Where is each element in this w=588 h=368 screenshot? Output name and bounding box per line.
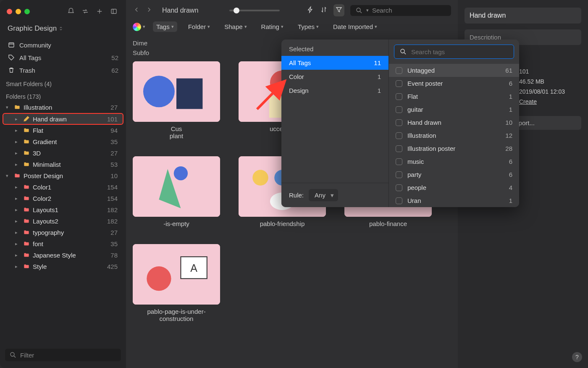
help-button[interactable]: ? — [572, 352, 582, 362]
popup-right-panel: Untagged61Event poster6Flat1guitar1Hand … — [388, 39, 519, 207]
trash-label: Trash — [19, 67, 35, 74]
filter-shape[interactable]: Shape ▾ — [221, 21, 250, 32]
bolt-icon[interactable] — [307, 6, 314, 15]
tag-group-color[interactable]: Color1 — [281, 70, 388, 84]
filter-icon[interactable] — [333, 4, 344, 16]
library-selector[interactable]: Graphic Design — [0, 22, 126, 39]
folder-3d[interactable]: ▸3D27 — [3, 147, 123, 159]
minimize-window[interactable] — [16, 9, 21, 14]
svg-rect-12 — [133, 156, 220, 217]
tag-option-guitar[interactable]: guitar1 — [389, 103, 519, 116]
item-label: Cusplant — [170, 125, 184, 139]
main-area: Hand drawn ▾ Search ▾ Tags ▾ Folder ▾ Sh… — [126, 0, 458, 368]
grid-item[interactable]: -is-empty — [133, 156, 220, 227]
tag-option-people[interactable]: people4 — [389, 181, 519, 194]
filter-date-imported[interactable]: Date Imported ▾ — [330, 21, 381, 32]
sidebar-item-community[interactable]: Community — [3, 39, 123, 51]
checkbox-icon — [396, 132, 402, 139]
folder-flat[interactable]: ▸Flat94 — [3, 125, 123, 136]
tags-popup: Selected All Tags11Color1Design1 Rule: A… — [281, 39, 519, 207]
sidebar-item-trash[interactable]: Trash 62 — [3, 64, 123, 76]
checkbox-icon — [396, 80, 402, 87]
tag-option-untagged[interactable]: Untagged61 — [389, 64, 519, 77]
all-tags-count: 52 — [111, 54, 118, 61]
tag-option-event-poster[interactable]: Event poster6 — [389, 77, 519, 90]
search-box[interactable]: ▾ Search — [350, 5, 451, 16]
checkbox-icon — [396, 93, 402, 100]
zoom-slider[interactable] — [229, 10, 280, 11]
library-name: Graphic Design — [8, 24, 57, 33]
checkbox-icon — [396, 197, 402, 204]
tag-option-uran[interactable]: Uran1 — [389, 194, 519, 207]
filter-rating[interactable]: Rating ▾ — [258, 21, 287, 32]
titlebar — [0, 3, 126, 22]
grid-item[interactable]: Apablo-page-is-under-construction — [133, 244, 220, 322]
svg-rect-1 — [9, 43, 14, 47]
folder-hand-drawn[interactable]: ▸Hand drawn101 — [3, 113, 123, 125]
item-label: -is-empty — [163, 220, 189, 227]
folders-header[interactable]: Folders (173) — [0, 89, 126, 102]
rule-select[interactable]: Any — [309, 189, 338, 201]
filter-tags[interactable]: Tags ▾ — [153, 21, 177, 32]
create-password-link[interactable]: Create — [519, 98, 537, 105]
folder-minimalist[interactable]: ▸Minimalist53 — [3, 159, 123, 170]
main-toolbar: Hand drawn ▾ Search — [126, 0, 458, 19]
notifications-icon[interactable] — [66, 6, 76, 17]
folder-illustration[interactable]: ▾Illustration27 — [3, 102, 123, 113]
sidebar: Graphic Design Community All Tags 52 Tra… — [0, 0, 126, 368]
filter-folder[interactable]: Folder ▾ — [185, 21, 214, 32]
folder-gradient[interactable]: ▸Gradient35 — [3, 136, 123, 147]
tag-group-all-tags[interactable]: All Tags11 — [281, 56, 388, 70]
folder-typography[interactable]: ▸typography27 — [3, 227, 123, 238]
folder-color1[interactable]: ▸Color1154 — [3, 181, 123, 193]
folder-style[interactable]: ▸Style425 — [3, 261, 123, 272]
trash-count: 62 — [111, 67, 118, 74]
nav-back[interactable] — [133, 6, 140, 15]
close-window[interactable] — [7, 9, 12, 14]
item-label: pablo-finance — [369, 220, 407, 227]
tag-search-input[interactable] — [411, 48, 509, 55]
folder-poster-design[interactable]: ▾Poster Design10 — [3, 170, 123, 181]
folder-tree: ▾Illustration27▸Hand drawn101▸Flat94▸Gra… — [0, 102, 126, 345]
search-icon — [355, 7, 363, 14]
tag-option-party[interactable]: party6 — [389, 168, 519, 181]
folder-font[interactable]: ▸font35 — [3, 238, 123, 250]
breadcrumb-title: Hand drawn — [162, 7, 198, 14]
community-label: Community — [19, 42, 51, 49]
chevron-updown-icon — [58, 26, 63, 31]
tag-search[interactable] — [394, 45, 514, 59]
sidebar-filter[interactable]: Filter — [5, 349, 121, 361]
nav-forward[interactable] — [145, 6, 153, 15]
folder-layouts2[interactable]: ▸Layouts2182 — [3, 216, 123, 227]
color-filter[interactable]: ▾ — [133, 23, 145, 31]
tag-option-music[interactable]: music6 — [389, 155, 519, 168]
filter-types[interactable]: Types ▾ — [294, 21, 322, 32]
tag-icon — [8, 54, 15, 61]
folder-japanese-style[interactable]: ▸Japanese Style78 — [3, 250, 123, 261]
folder-color2[interactable]: ▸Color2154 — [3, 193, 123, 204]
svg-point-13 — [174, 166, 188, 180]
tag-group-design[interactable]: Design1 — [281, 84, 388, 97]
sidebar-toggle-icon[interactable] — [108, 6, 119, 17]
sort-icon[interactable] — [320, 6, 328, 15]
sync-icon[interactable] — [80, 6, 91, 17]
folder-layouts1[interactable]: ▸Layouts1182 — [3, 204, 123, 216]
tag-option-hand-drawn[interactable]: Hand drawn10 — [389, 116, 519, 129]
zoom-thumb[interactable] — [234, 8, 239, 13]
add-icon[interactable] — [94, 6, 105, 17]
checkbox-icon — [396, 171, 402, 178]
maximize-window[interactable] — [24, 9, 30, 14]
tag-option-illustration-poster[interactable]: Illustration poster28 — [389, 142, 519, 155]
checkbox-icon — [396, 106, 402, 113]
tag-option-illustration[interactable]: Illustration12 — [389, 129, 519, 142]
inspector-title[interactable]: Hand drawn — [465, 8, 581, 24]
grid-item[interactable]: Cusplant — [133, 61, 220, 139]
thumbnail: A — [133, 244, 220, 305]
checkbox-icon — [396, 67, 402, 74]
trash-icon — [8, 66, 15, 74]
smart-folders-header[interactable]: Smart Folders (4) — [0, 76, 126, 89]
tag-option-flat[interactable]: Flat1 — [389, 90, 519, 103]
svg-rect-0 — [111, 9, 116, 14]
sidebar-item-all-tags[interactable]: All Tags 52 — [3, 51, 123, 64]
checkbox-icon — [396, 145, 402, 152]
